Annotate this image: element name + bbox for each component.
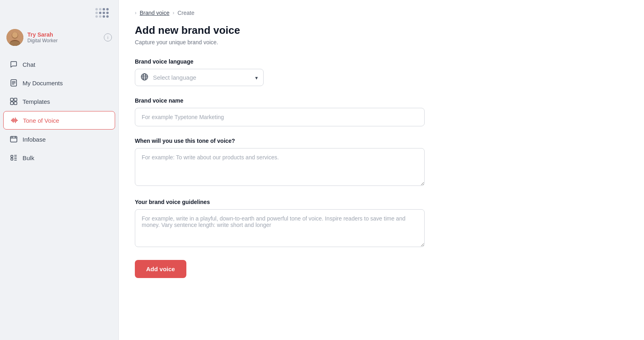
- dot: [103, 15, 105, 18]
- user-info: Try Sarah Digital Worker: [27, 31, 100, 43]
- usage-field-group: When will you use this tone of voice?: [135, 138, 425, 188]
- sidebar-item-label: Infobase: [23, 136, 46, 143]
- brand-voice-form: Brand voice language Select language Eng…: [135, 58, 425, 278]
- sidebar-item-bulk[interactable]: Bulk: [3, 149, 115, 167]
- tone-icon: [10, 116, 18, 124]
- guidelines-field-label: Your brand voice guidelines: [135, 199, 425, 205]
- language-select[interactable]: Select language English Spanish French G…: [135, 69, 264, 86]
- bulk-icon: [10, 154, 18, 162]
- page-title: Add new brand voice: [135, 24, 628, 37]
- chat-icon: [10, 60, 18, 68]
- main-content: › Brand voice › Create Add new brand voi…: [119, 0, 644, 340]
- dot: [103, 12, 105, 14]
- guidelines-textarea[interactable]: [135, 209, 425, 247]
- usage-field-label: When will you use this tone of voice?: [135, 138, 425, 144]
- name-field-group: Brand voice name: [135, 97, 425, 126]
- sidebar-item-label: Tone of Voice: [23, 117, 59, 124]
- dot: [106, 8, 109, 10]
- sidebar-logo-area: [0, 0, 118, 24]
- svg-rect-7: [14, 98, 17, 101]
- language-field-group: Brand voice language Select language Eng…: [135, 58, 425, 86]
- svg-rect-10: [10, 136, 17, 142]
- avatar: [6, 29, 23, 46]
- dot: [99, 8, 101, 10]
- name-field-label: Brand voice name: [135, 97, 425, 104]
- usage-textarea[interactable]: [135, 148, 425, 186]
- sidebar: Try Sarah Digital Worker i Chat: [0, 0, 119, 340]
- sidebar-item-label: Templates: [23, 98, 50, 105]
- nav-menu: Chat My Documents Template: [0, 54, 118, 168]
- breadcrumb-chevron-icon: ›: [135, 10, 136, 16]
- breadcrumb-separator: ›: [173, 10, 174, 16]
- brand-voice-name-input[interactable]: [135, 108, 425, 126]
- sidebar-item-infobase[interactable]: Infobase: [3, 130, 115, 148]
- sidebar-item-label: Chat: [23, 61, 35, 68]
- logo-dots: [95, 8, 109, 18]
- dot: [95, 8, 98, 10]
- templates-icon: [10, 97, 18, 105]
- dot: [95, 15, 98, 18]
- sidebar-item-my-documents[interactable]: My Documents: [3, 74, 115, 92]
- svg-rect-9: [14, 102, 17, 105]
- dot: [106, 15, 109, 18]
- user-section: Try Sarah Digital Worker i: [0, 24, 118, 51]
- svg-rect-8: [10, 102, 13, 105]
- svg-point-3: [12, 32, 18, 38]
- sidebar-item-label: Bulk: [23, 155, 34, 161]
- info-icon[interactable]: i: [104, 33, 112, 41]
- dot: [99, 12, 101, 14]
- dot: [95, 12, 98, 14]
- breadcrumb: › Brand voice › Create: [135, 10, 628, 16]
- sidebar-item-templates[interactable]: Templates: [3, 93, 115, 110]
- dot: [106, 12, 109, 14]
- user-role: Digital Worker: [27, 38, 100, 43]
- language-select-wrapper: Select language English Spanish French G…: [135, 69, 264, 86]
- dot: [99, 15, 101, 18]
- svg-rect-6: [10, 98, 13, 101]
- add-voice-button[interactable]: Add voice: [135, 260, 186, 278]
- breadcrumb-parent-link[interactable]: Brand voice: [140, 10, 169, 16]
- page-subtitle: Capture your unique brand voice.: [135, 39, 628, 45]
- sidebar-item-tone-of-voice[interactable]: Tone of Voice: [3, 111, 115, 130]
- documents-icon: [10, 79, 18, 87]
- sidebar-item-chat[interactable]: Chat: [3, 56, 115, 73]
- avatar-image: [6, 29, 23, 46]
- dot: [103, 8, 105, 10]
- sidebar-item-label: My Documents: [23, 80, 63, 87]
- guidelines-field-group: Your brand voice guidelines: [135, 199, 425, 249]
- user-name: Try Sarah: [27, 31, 100, 38]
- breadcrumb-current: Create: [178, 10, 194, 16]
- language-field-label: Brand voice language: [135, 58, 425, 65]
- infobase-icon: [10, 135, 18, 143]
